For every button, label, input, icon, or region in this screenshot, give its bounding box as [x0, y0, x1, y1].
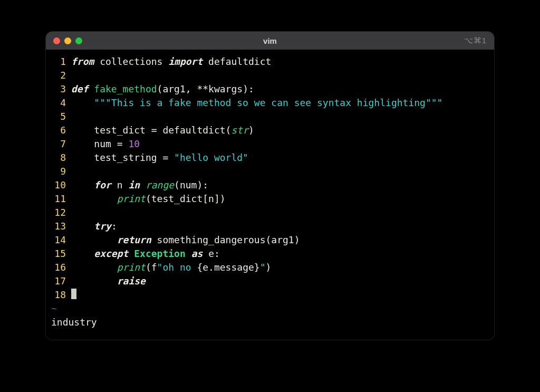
code-line: 9 [46, 165, 494, 178]
status-line: industry [46, 315, 494, 334]
code-line: 7 num = 10 [46, 137, 494, 151]
line-number: 10 [46, 178, 71, 192]
code-content: for n in range(num): [71, 178, 494, 192]
code-line: 18 [46, 288, 494, 302]
code-line: 2 [46, 69, 494, 82]
code-line: 16 print(f"oh no {e.message}") [46, 261, 494, 274]
minimize-icon[interactable] [64, 37, 71, 44]
line-number: 17 [46, 274, 71, 288]
code-content: num = 10 [71, 137, 494, 151]
editor-area[interactable]: 1 from collections import defaultdict 2 … [46, 50, 494, 340]
titlebar[interactable]: vim ⌥⌘1 [46, 32, 494, 50]
line-number: 12 [46, 206, 71, 219]
terminal-window: vim ⌥⌘1 1 from collections import defaul… [46, 32, 494, 340]
code-content: print(test_dict[n]) [71, 192, 494, 206]
code-line: 14 return something_dangerous(arg1) [46, 233, 494, 247]
code-content: from collections import defaultdict [71, 55, 494, 69]
line-number: 16 [46, 261, 71, 274]
line-number: 8 [46, 151, 71, 165]
empty-line-tilde: ~ [46, 302, 494, 315]
code-line: 11 print(test_dict[n]) [46, 192, 494, 206]
code-line: 12 [46, 206, 494, 219]
line-number: 18 [46, 288, 71, 302]
close-icon[interactable] [53, 37, 60, 44]
line-number: 6 [46, 123, 71, 137]
line-number: 15 [46, 247, 71, 261]
line-number: 14 [46, 233, 71, 247]
code-content: try: [71, 219, 494, 233]
code-content: test_dict = defaultdict(str) [71, 123, 494, 137]
code-content: except Exception as e: [71, 247, 494, 261]
code-content: def fake_method(arg1, **kwargs): [71, 82, 494, 96]
code-line: 13 try: [46, 219, 494, 233]
line-number: 4 [46, 96, 71, 110]
traffic-lights [53, 37, 82, 44]
code-content [71, 288, 494, 302]
code-content: test_string = "hello world" [71, 151, 494, 165]
code-line: 15 except Exception as e: [46, 247, 494, 261]
code-content [71, 165, 494, 178]
code-line: 8 test_string = "hello world" [46, 151, 494, 165]
line-number: 9 [46, 165, 71, 178]
line-number: 5 [46, 110, 71, 123]
code-content [71, 69, 494, 82]
code-content [71, 110, 494, 123]
code-line: 3 def fake_method(arg1, **kwargs): [46, 82, 494, 96]
line-number: 2 [46, 69, 71, 82]
code-line: 4 """This is a fake method so we can see… [46, 96, 494, 110]
line-number: 3 [46, 82, 71, 96]
code-content: """This is a fake method so we can see s… [71, 96, 494, 110]
line-number: 11 [46, 192, 71, 206]
code-content: print(f"oh no {e.message}") [71, 261, 494, 274]
code-line: 5 [46, 110, 494, 123]
code-content: raise [71, 274, 494, 288]
tab-indicator: ⌥⌘1 [464, 36, 487, 45]
line-number: 13 [46, 219, 71, 233]
code-line: 17 raise [46, 274, 494, 288]
cursor-icon [71, 289, 76, 299]
code-line: 6 test_dict = defaultdict(str) [46, 123, 494, 137]
code-line: 1 from collections import defaultdict [46, 55, 494, 69]
line-number: 7 [46, 137, 71, 151]
line-number: 1 [46, 55, 71, 69]
code-content: return something_dangerous(arg1) [71, 233, 494, 247]
zoom-icon[interactable] [75, 37, 82, 44]
code-content [71, 206, 494, 219]
code-line: 10 for n in range(num): [46, 178, 494, 192]
window-title: vim [46, 36, 494, 45]
